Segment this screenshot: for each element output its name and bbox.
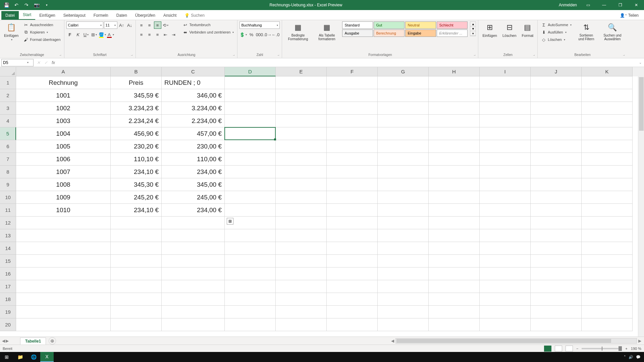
cell[interactable] bbox=[225, 140, 276, 153]
number-format-combo[interactable]: Buchhaltung▾ bbox=[239, 21, 280, 29]
cell[interactable] bbox=[531, 115, 582, 127]
start-button[interactable]: ⊞ bbox=[0, 352, 13, 362]
cell[interactable] bbox=[16, 217, 111, 229]
style-ausgabe[interactable]: Ausgabe bbox=[342, 29, 373, 37]
column-header[interactable]: D bbox=[225, 67, 276, 76]
cell[interactable] bbox=[429, 140, 480, 153]
cell[interactable] bbox=[531, 318, 582, 331]
cell[interactable] bbox=[531, 293, 582, 306]
wrap-text-button[interactable]: ↩Textumbruch bbox=[181, 21, 235, 28]
cell[interactable] bbox=[531, 178, 582, 191]
cell[interactable] bbox=[378, 166, 429, 178]
conditional-formatting-button[interactable]: ▦Bedingte Formatierung bbox=[284, 21, 312, 42]
tab-insert[interactable]: Einfügen bbox=[35, 11, 59, 20]
ribbon-options-icon[interactable]: ▭ bbox=[580, 0, 596, 10]
cell[interactable] bbox=[531, 89, 582, 102]
decrease-indent-icon[interactable]: ⇤ bbox=[162, 31, 169, 38]
cell[interactable] bbox=[225, 153, 276, 166]
cell[interactable]: 1010 bbox=[16, 204, 111, 217]
cell[interactable]: 1001 bbox=[16, 89, 111, 102]
column-header[interactable]: C bbox=[162, 67, 225, 76]
cell[interactable] bbox=[16, 280, 111, 293]
cell[interactable] bbox=[531, 127, 582, 140]
cell[interactable] bbox=[162, 242, 225, 255]
accounting-format-icon[interactable]: 💲▾ bbox=[239, 31, 247, 38]
cell[interactable] bbox=[276, 153, 327, 166]
cell[interactable] bbox=[225, 280, 276, 293]
cell[interactable]: 245,20 € bbox=[111, 191, 162, 204]
cell[interactable] bbox=[111, 267, 162, 280]
style-standard[interactable]: Standard bbox=[342, 21, 373, 29]
system-tray[interactable]: ˄ 🔊 💬 bbox=[624, 355, 644, 359]
row-header[interactable]: 11 bbox=[0, 204, 16, 217]
cell[interactable] bbox=[225, 166, 276, 178]
style-neutral[interactable]: Neutral bbox=[405, 21, 436, 29]
cell[interactable] bbox=[276, 178, 327, 191]
cell[interactable] bbox=[225, 318, 276, 331]
cell[interactable] bbox=[162, 229, 225, 242]
find-select-button[interactable]: 🔍Suchen und Auswählen bbox=[600, 21, 625, 42]
cell[interactable] bbox=[225, 178, 276, 191]
cell[interactable] bbox=[327, 217, 378, 229]
align-right-icon[interactable]: ≡ bbox=[154, 31, 161, 38]
cell[interactable]: 1005 bbox=[16, 140, 111, 153]
row-header[interactable]: 3 bbox=[0, 102, 16, 115]
cell[interactable] bbox=[582, 102, 633, 115]
cell[interactable] bbox=[378, 229, 429, 242]
cell[interactable] bbox=[378, 140, 429, 153]
row-header[interactable]: 16 bbox=[0, 267, 16, 280]
cell[interactable] bbox=[276, 191, 327, 204]
cell[interactable] bbox=[429, 280, 480, 293]
cell[interactable] bbox=[480, 318, 531, 331]
cell[interactable] bbox=[531, 280, 582, 293]
style-eingabe[interactable]: Eingabe bbox=[405, 29, 436, 37]
cell[interactable]: 346,00 € bbox=[162, 89, 225, 102]
cell[interactable] bbox=[480, 127, 531, 140]
cell[interactable] bbox=[429, 115, 480, 127]
cell[interactable] bbox=[16, 229, 111, 242]
cell[interactable] bbox=[582, 140, 633, 153]
cell[interactable] bbox=[225, 204, 276, 217]
row-header[interactable]: 2 bbox=[0, 89, 16, 102]
cell[interactable] bbox=[480, 255, 531, 267]
italic-button[interactable]: K bbox=[74, 31, 82, 38]
align-bottom-icon[interactable]: ≡ bbox=[154, 21, 161, 29]
file-explorer-icon[interactable]: 📁 bbox=[13, 352, 27, 362]
cell[interactable] bbox=[16, 306, 111, 318]
align-middle-icon[interactable]: ≡ bbox=[146, 21, 153, 29]
cell[interactable] bbox=[16, 318, 111, 331]
cell[interactable]: 3.234,00 € bbox=[162, 102, 225, 115]
cell[interactable] bbox=[276, 76, 327, 89]
cell[interactable] bbox=[582, 318, 633, 331]
cell[interactable] bbox=[162, 255, 225, 267]
style-berechnung[interactable]: Berechnung bbox=[374, 29, 405, 37]
cell[interactable] bbox=[531, 306, 582, 318]
cell[interactable] bbox=[582, 255, 633, 267]
cell[interactable] bbox=[429, 76, 480, 89]
cell[interactable] bbox=[327, 267, 378, 280]
cell[interactable] bbox=[276, 229, 327, 242]
cell[interactable]: 230,00 € bbox=[162, 140, 225, 153]
autofill-options-icon[interactable]: ⊞ bbox=[227, 218, 233, 225]
cell[interactable] bbox=[225, 242, 276, 255]
cell[interactable] bbox=[582, 166, 633, 178]
cell[interactable] bbox=[276, 255, 327, 267]
qat-customize-icon[interactable]: ▾ bbox=[42, 1, 51, 9]
cell[interactable] bbox=[480, 166, 531, 178]
row-header[interactable]: 13 bbox=[0, 229, 16, 242]
cell[interactable] bbox=[111, 242, 162, 255]
cell[interactable] bbox=[327, 242, 378, 255]
cell[interactable]: 234,00 € bbox=[162, 204, 225, 217]
cell[interactable] bbox=[327, 318, 378, 331]
cell[interactable] bbox=[480, 204, 531, 217]
cell[interactable] bbox=[276, 115, 327, 127]
cell[interactable] bbox=[480, 242, 531, 255]
vertical-scrollbar[interactable] bbox=[638, 76, 644, 337]
tab-view[interactable]: Ansicht bbox=[159, 11, 180, 20]
cell[interactable] bbox=[378, 178, 429, 191]
tab-data[interactable]: Daten bbox=[112, 11, 131, 20]
cell[interactable] bbox=[480, 267, 531, 280]
cell[interactable] bbox=[429, 204, 480, 217]
insert-cells-button[interactable]: ⊞Einfügen bbox=[480, 21, 499, 38]
cell[interactable] bbox=[531, 255, 582, 267]
